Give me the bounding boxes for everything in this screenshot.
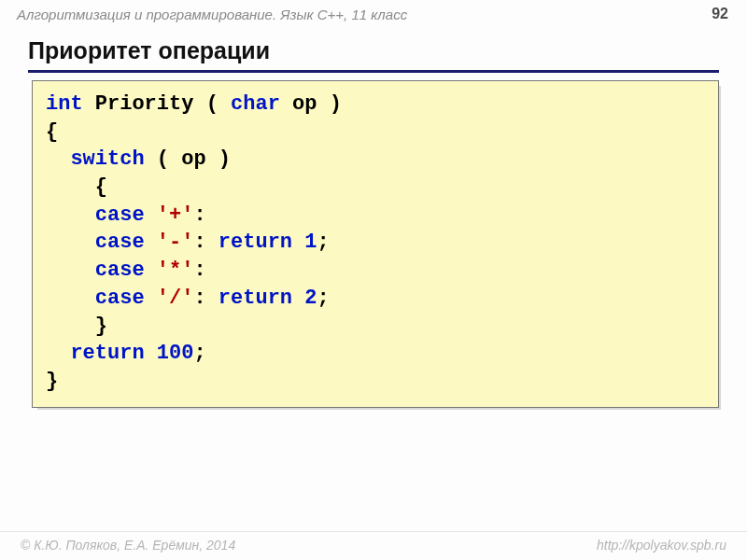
pad (46, 342, 70, 365)
kw-case: case (95, 259, 145, 282)
txt: ; (317, 231, 329, 254)
page-number: 92 (712, 6, 728, 22)
brace-close: } (46, 315, 107, 338)
func-name: Priority (95, 92, 194, 116)
kw-int: int (46, 92, 83, 116)
txt: ; (193, 342, 205, 365)
txt: : (193, 231, 218, 254)
kw-return: return (218, 287, 292, 310)
kw-return: return (70, 342, 144, 365)
txt (145, 287, 157, 310)
pad (46, 287, 95, 310)
txt: : (193, 203, 205, 227)
pad (46, 147, 70, 171)
char-literal: '+' (157, 203, 194, 227)
txt: op ) (280, 92, 342, 116)
char-literal: '*' (157, 259, 194, 282)
pad (46, 231, 95, 254)
char-literal: '-' (157, 231, 194, 254)
txt (145, 259, 157, 282)
pad (46, 203, 95, 227)
txt (83, 92, 95, 116)
txt: ; (317, 287, 329, 310)
num-literal: 2 (304, 287, 317, 310)
txt: : (193, 259, 205, 282)
kw-case: case (95, 231, 145, 254)
code-block: int Priority ( char op ) { switch ( op )… (32, 80, 719, 408)
header-title: Алгоритмизация и программирование. Язык … (17, 7, 407, 22)
num-literal: 100 (157, 342, 194, 365)
kw-case: case (95, 287, 145, 310)
page-title: Приоритет операции (28, 37, 719, 73)
char-literal: '/' (157, 287, 194, 310)
footer-copyright: © К.Ю. Поляков, Е.А. Ерёмин, 2014 (21, 538, 235, 553)
txt (292, 287, 304, 310)
brace-open: { (46, 175, 107, 199)
brace-open: { (46, 120, 58, 144)
txt: : (193, 287, 218, 310)
txt (145, 342, 157, 365)
footer: © К.Ю. Поляков, Е.А. Ерёмин, 2014 http:/… (0, 531, 747, 553)
kw-switch: switch (70, 147, 144, 171)
brace-close: } (46, 370, 58, 393)
header: Алгоритмизация и программирование. Язык … (0, 0, 747, 26)
txt (292, 231, 304, 254)
code-content: int Priority ( char op ) { switch ( op )… (32, 80, 719, 408)
footer-url: http://kpolyakov.spb.ru (597, 538, 726, 553)
txt (145, 203, 157, 227)
txt: ( op ) (145, 147, 231, 171)
pad (46, 259, 95, 282)
txt (145, 231, 157, 254)
kw-return: return (218, 231, 292, 254)
kw-char: char (231, 92, 280, 116)
kw-case: case (95, 203, 145, 227)
num-literal: 1 (304, 231, 317, 254)
txt: ( (193, 92, 231, 116)
